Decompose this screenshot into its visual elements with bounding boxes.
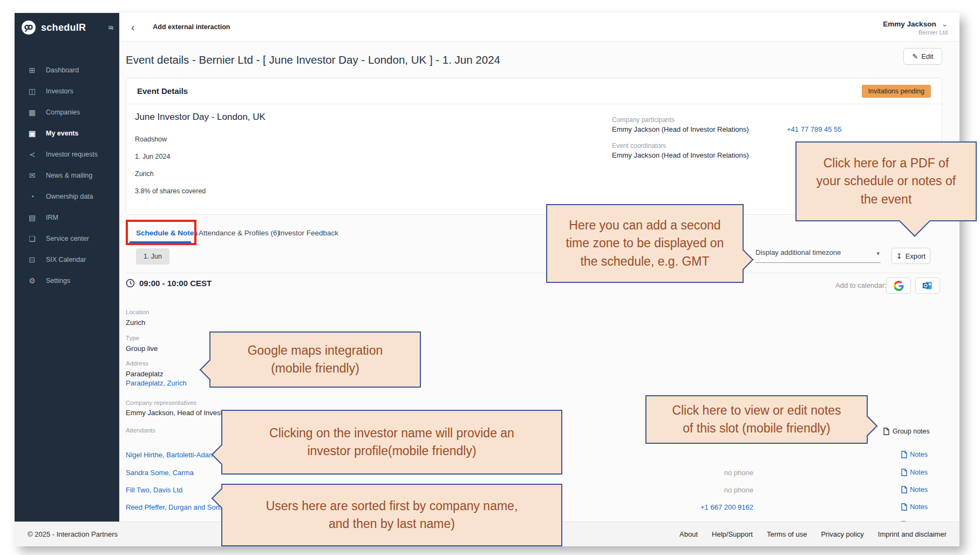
attendant-name-link[interactable]: Nigel Hirthe, Bartoletti-Adams [126,451,218,459]
sidebar-item-my-events[interactable]: ▣ My events [15,123,119,144]
footer-link-imprint-and-disclaimer[interactable]: Imprint and disclaimer [878,530,947,538]
callout-investor-profile: Clicking on the investor name will provi… [221,410,562,475]
event-city: Zurich [135,170,154,178]
clock-icon [126,279,135,288]
status-badge: Invitations pending [862,85,931,98]
notes-link[interactable]: Notes [901,486,928,493]
event-coordinators: Event coordinators Emmy Jackson (Head of… [612,142,749,159]
edit-button[interactable]: ✎ Edit [903,48,942,65]
timezone-select[interactable]: Display additional timezone ▾ [756,248,881,263]
tab-attendance-profiles[interactable]: Attendance & Profiles (6) [199,229,280,237]
card-title: Event Details [137,86,188,96]
companies-icon: ▦ [28,108,37,117]
attendant-name-link[interactable]: Fill Two, Davis Ltd [126,485,182,493]
event-shares: 3.8% of shares covered [135,187,206,195]
ownership-data-icon: ◔ [28,192,37,201]
group-notes-label: Group notes [893,428,930,435]
download-icon: ↧ [896,252,902,260]
slot-time: 09:00 - 10:00 CEST [139,279,212,288]
attendant-name-link[interactable]: Sandra Some, Carma [126,468,194,476]
attendant-phone[interactable]: +1 667 200 9162 [700,503,753,511]
notes-link[interactable]: Notes [901,451,928,458]
pencil-icon: ✎ [912,52,918,60]
screen: schedulR ≡‹ ⊞ Dashboard ◫ Investors ▦ Co… [0,0,980,555]
notes-link[interactable]: Notes [901,503,928,511]
export-button[interactable]: ↧ Export [891,248,930,264]
news-mailing-icon: ✉ [28,171,37,180]
callout-export-pdf: Click here for a PDF of your schedule or… [795,141,977,221]
address-map-link[interactable]: Paradeplatz, Zurich [126,379,187,387]
callout-timezone: Here you can add a second time zone to b… [546,204,744,283]
investor-requests-icon: ≺ [28,150,37,159]
outlook-icon [922,280,933,291]
logo-row: schedulR ≡‹ [15,13,119,41]
tab-investor-feedback[interactable]: Investor Feedback [278,229,338,237]
footer-link-about[interactable]: About [679,530,698,538]
event-name: June Investor Day - London, UK [135,112,266,123]
sidebar-nav: ⊞ Dashboard ◫ Investors ▦ Companies ▣ My… [15,59,119,291]
notes-label: Notes [910,486,928,493]
callout-sorting: Users here are sorted first by company n… [221,484,562,546]
company-participants: Company participants Emmy Jackson (Head … [612,116,749,133]
sidebar-item-investor-requests[interactable]: ≺ Investor requests [15,144,119,165]
sidebar-item-investors[interactable]: ◫ Investors [15,80,119,101]
app-logo-text: schedulR [41,22,86,33]
dashboard-icon: ⊞ [28,66,37,75]
footer-link-help-support[interactable]: Help/Support [712,530,753,538]
sidebar-item-settings[interactable]: ⚙ Settings [15,270,119,291]
sidebar-item-companies[interactable]: ▦ Companies [15,101,119,123]
sidebar-item-news-mailing[interactable]: ✉ News & mailing [15,165,119,186]
service-center-icon: ❏ [28,234,37,243]
attendant-name-link[interactable]: Reed Pfeffer, Durgan and Sons [126,503,223,511]
type-value: Group live [126,344,158,353]
coordinators-label: Event coordinators [612,142,749,150]
sidebar-collapse-icon[interactable]: ≡‹ [108,23,113,32]
notes-label: Notes [910,451,928,458]
sidebar-item-ownership-data[interactable]: ◔ Ownership data [15,186,119,207]
sidebar-item-dashboard[interactable]: ⊞ Dashboard [15,59,119,80]
attendant-phone: no phone [724,468,753,476]
sidebar-item-six-calendar[interactable]: ⊡ SIX Calendar [15,249,119,270]
slot-header: 09:00 - 10:00 CEST [126,279,212,288]
card-header: Event Details Invitations pending [126,78,942,104]
sidebar: schedulR ≡‹ ⊞ Dashboard ◫ Investors ▦ Co… [15,13,119,522]
notes-link[interactable]: Notes [901,469,928,476]
footer-link-privacy-policy[interactable]: Privacy policy [821,530,863,538]
select-caret-icon: ▾ [876,250,880,257]
app-logo-icon [21,20,36,35]
sidebar-item-service-center[interactable]: ❏ Service center [15,228,119,249]
document-icon [901,486,907,493]
footer-links: About Help/Support Terms of use Privacy … [679,530,947,538]
add-to-calendar-label: Add to calendar: [835,281,887,289]
back-icon[interactable]: ‹ [131,22,134,32]
group-notes-link[interactable]: Group notes [883,428,930,435]
chevron-down-icon: ⌄ [942,20,948,28]
copyright: © 2025 - Interaction Partners [28,530,118,538]
address-label: Address [126,360,148,367]
address-line: Paradeplatz [126,370,163,378]
highlight-box [126,220,196,245]
topbar-title: Add external interaction [153,23,230,31]
day-chip[interactable]: 1. Jun [136,248,169,265]
outlook-calendar-button[interactable] [915,278,940,294]
sidebar-item-irm[interactable]: ▤ IRM [15,207,119,228]
irm-icon: ▤ [28,213,37,222]
coordinators-value: Emmy Jackson (Head of Investor Relations… [612,151,749,159]
document-icon [901,503,907,511]
user-menu[interactable]: Emmy Jackson ⌄ Bernier Ltd [883,19,948,36]
document-icon [901,469,907,476]
callout-google-maps: Google maps integration (mobile friendly… [209,331,421,388]
notes-label: Notes [910,469,928,476]
attendant-phone: no phone [724,485,753,493]
divider [126,273,942,273]
event-type: Roadshow [135,136,167,143]
topbar: ‹ Add external interaction Emmy Jackson … [119,13,959,42]
document-icon [883,428,889,435]
footer-link-terms-of-use[interactable]: Terms of use [767,530,807,538]
google-icon [894,281,904,291]
google-calendar-button[interactable] [886,278,911,294]
settings-icon: ⚙ [28,276,37,285]
attendants-label: Attendants [126,427,155,434]
participant-phone-link[interactable]: +41 77 789 45 55 [787,125,842,133]
participants-label: Company participants [612,116,749,124]
